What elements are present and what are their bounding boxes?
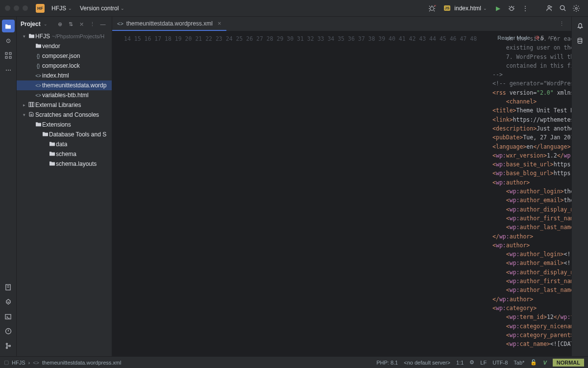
close-icon[interactable]: × xyxy=(218,20,221,27)
settings-icon[interactable] xyxy=(569,1,583,15)
database-icon[interactable] xyxy=(574,34,587,47)
left-tool-strip: ⊙ ⋯ xyxy=(0,17,17,356)
svg-point-14 xyxy=(9,345,10,347)
vcs-label: Version control xyxy=(80,5,119,12)
chevron-right-icon: › xyxy=(28,360,30,366)
tree-item[interactable]: ▸External Libraries xyxy=(17,100,112,110)
code-with-me-icon[interactable] xyxy=(542,1,556,15)
svg-rect-16 xyxy=(30,102,32,106)
search-icon[interactable] xyxy=(556,1,569,15)
svg-rect-5 xyxy=(5,53,7,54)
svg-rect-17 xyxy=(32,102,34,106)
tree-item[interactable]: data xyxy=(17,139,112,149)
js-badge-icon: JS xyxy=(444,5,451,11)
project-name: HFJS xyxy=(51,5,66,12)
tree-item[interactable]: {}composer.lock xyxy=(17,61,112,71)
problems-icon[interactable] xyxy=(2,325,15,338)
more-tools-icon[interactable]: ⋯ xyxy=(2,64,15,77)
vcs-menu[interactable]: Version control ⌄ xyxy=(76,3,128,14)
chevron-down-icon[interactable]: ∨ xyxy=(553,34,557,41)
error-icon: ⊘ xyxy=(535,34,539,41)
vim-mode: NORMAL xyxy=(553,359,584,367)
select-opened-icon[interactable]: ⊕ xyxy=(55,19,65,29)
tree-item[interactable]: ▾Scratches and Consoles xyxy=(17,110,112,120)
tree-item[interactable]: <>index.html xyxy=(17,71,112,80)
more-icon[interactable]: ⋮ xyxy=(87,19,97,29)
svg-point-1 xyxy=(510,7,514,10)
right-tool-strip xyxy=(571,17,588,356)
svg-rect-15 xyxy=(28,102,30,106)
power-save-icon[interactable]: ⚙ xyxy=(469,359,474,366)
deployment-server[interactable]: <no default server> xyxy=(404,360,450,366)
chevron-down-icon: ⌄ xyxy=(483,6,487,11)
tree-item[interactable]: schema.layouts xyxy=(17,159,112,169)
titlebar: HF HFJS ⌄ Version control ⌄ × JS index.h… xyxy=(0,0,588,17)
line-gutter: 14 15 16 17 18 19 20 21 22 23 24 25 26 2… xyxy=(112,31,483,356)
hide-icon[interactable]: — xyxy=(98,19,108,29)
statusbar: ▢ HFJS › <> themeunittestdata.wordpress.… xyxy=(0,356,588,368)
tree-item[interactable]: <>themeunittestdata.wordp xyxy=(17,80,112,90)
more-icon[interactable]: ⋮ xyxy=(557,19,566,29)
tree-item[interactable]: Database Tools and S xyxy=(17,130,112,139)
reader-mode-toggle[interactable]: Reader Mode xyxy=(497,35,530,41)
terminal-icon[interactable] xyxy=(2,310,15,323)
tab-label: themeunittestdata.wordpress.xml xyxy=(126,20,213,27)
chevron-down-icon: ⌄ xyxy=(68,6,72,11)
breadcrumb-icon: ▢ xyxy=(4,359,9,366)
max-dot[interactable] xyxy=(23,5,28,11)
breadcrumb-file[interactable]: themeunittestdata.wordpress.xml xyxy=(42,360,121,366)
commit-tool-icon[interactable]: ⊙ xyxy=(2,34,15,47)
debug-icon[interactable] xyxy=(505,1,518,15)
svg-point-0 xyxy=(430,7,434,11)
indent[interactable]: Tab* xyxy=(514,360,524,366)
project-menu[interactable]: HFJS ⌄ xyxy=(48,3,76,14)
min-dot[interactable] xyxy=(14,5,19,11)
tab-active[interactable]: <> themeunittestdata.wordpress.xml × xyxy=(112,17,226,31)
svg-point-3 xyxy=(560,5,564,9)
vim-icon[interactable]: V xyxy=(543,360,546,366)
code-content[interactable]: on the site. For each author, you may ch… xyxy=(483,31,571,356)
close-dot[interactable] xyxy=(5,5,10,11)
cursor-position[interactable]: 1:1 xyxy=(456,360,464,366)
svg-point-13 xyxy=(6,347,7,349)
notifications-icon[interactable] xyxy=(574,20,587,32)
tree-item[interactable]: vendor xyxy=(17,41,112,51)
services-icon[interactable] xyxy=(2,295,15,308)
collapse-all-icon[interactable]: ⤫ xyxy=(76,19,86,29)
file-icon: <> xyxy=(33,360,39,366)
readonly-icon[interactable]: 🔓 xyxy=(530,359,537,366)
tree-item[interactable]: schema xyxy=(17,149,112,159)
svg-rect-8 xyxy=(9,56,11,58)
window-controls[interactable] xyxy=(5,5,28,11)
chevron-down-icon: ⌄ xyxy=(121,6,124,11)
svg-point-2 xyxy=(548,5,550,8)
more-icon[interactable]: ⋮ xyxy=(518,1,532,15)
tree-item[interactable]: Extensions xyxy=(17,120,112,130)
breadcrumb-project[interactable]: HFJS xyxy=(12,360,25,366)
project-tree[interactable]: ▾HFJS~/PhpstormProjects/Hvendor{}compose… xyxy=(17,31,112,173)
project-tool-icon[interactable] xyxy=(2,20,15,32)
debug-bug-icon[interactable]: × xyxy=(426,1,440,15)
run-config[interactable]: JS index.html ⌄ xyxy=(440,3,491,14)
tree-item[interactable]: ▾HFJS~/PhpstormProjects/H xyxy=(17,31,112,41)
bookmarks-icon[interactable] xyxy=(2,281,15,293)
run-icon[interactable]: ▶ xyxy=(491,1,505,15)
sidebar-title: Project xyxy=(21,21,41,27)
chevron-down-icon[interactable]: ⌄ xyxy=(44,22,48,26)
editor-body[interactable]: 14 15 16 17 18 19 20 21 22 23 24 25 26 2… xyxy=(112,31,571,356)
svg-point-12 xyxy=(6,343,7,345)
expand-all-icon[interactable]: ⇅ xyxy=(66,19,75,29)
tree-item[interactable]: <>variables-btb.html xyxy=(17,90,112,100)
run-file-name: index.html xyxy=(454,5,481,12)
editor-tabs: <> themeunittestdata.wordpress.xml × ⋮ xyxy=(112,17,571,31)
error-count[interactable]: ⊘ 5 ∧ ∨ xyxy=(535,34,557,41)
vcs-tool-icon[interactable] xyxy=(2,340,15,352)
line-separator[interactable]: LF xyxy=(480,360,487,366)
chevron-up-icon[interactable]: ∧ xyxy=(547,34,551,41)
encoding[interactable]: UTF-8 xyxy=(492,360,508,366)
editor-area: <> themeunittestdata.wordpress.xml × ⋮ R… xyxy=(112,17,571,356)
sidebar-header: Project ⌄ ⊕ ⇅ ⤫ ⋮ — xyxy=(17,17,112,31)
structure-tool-icon[interactable] xyxy=(2,49,15,62)
php-version[interactable]: PHP: 8.1 xyxy=(376,360,398,366)
tree-item[interactable]: {}composer.json xyxy=(17,51,112,61)
